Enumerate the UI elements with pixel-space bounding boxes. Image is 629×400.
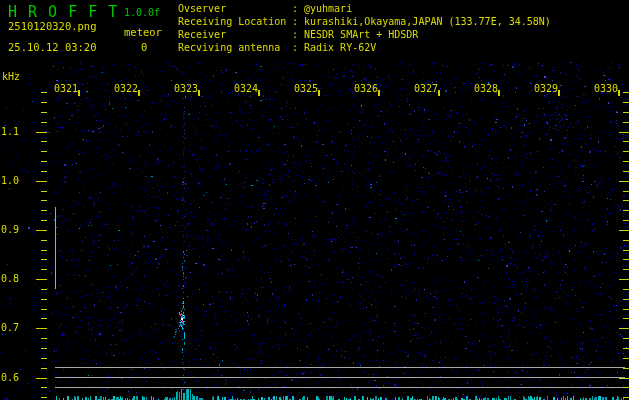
spectrogram-canvas [0,0,629,400]
x-tick-label: 0323 [174,83,204,94]
hrofft-screen: H R O F F T 1.0.0f 2510120320.png meteor… [0,0,629,400]
app-title: H R O F F T [8,3,118,21]
y-tick-label: 0.7 [1,322,23,333]
info-label: Receiver [178,28,292,41]
app-version: 1.0.0f [124,7,160,18]
observation-info: Ovserver:@yuhmari Receiving Location:kur… [178,2,551,54]
output-filename: 2510120320.png [8,20,97,32]
y-tick-label: 1.1 [1,126,23,137]
meteor-count-label: meteor [124,26,162,38]
x-tick-label: 0322 [114,83,144,94]
meteor-count-value: 0 [141,41,147,53]
info-value: Radix RY-62V [304,41,376,54]
info-label: Receiving Location [178,15,292,28]
x-tick-label: 0321 [54,83,84,94]
y-tick-label: 0.9 [1,224,23,235]
x-tick-label: 0328 [474,83,504,94]
info-value: kurashiki,Okayama,JAPAN (133.77E, 34.58N… [304,15,551,28]
x-tick-label: 0330 [594,83,624,94]
info-value: NESDR SMArt + HDSDR [304,28,418,41]
x-tick-label: 0324 [234,83,264,94]
info-value: @yuhmari [304,2,352,15]
x-tick-label: 0325 [294,83,324,94]
info-separator: : [292,41,304,54]
info-row-location: Receiving Location:kurashiki,Okayama,JAP… [178,15,551,28]
info-separator: : [292,2,304,15]
info-separator: : [292,28,304,41]
x-tick-label: 0326 [354,83,384,94]
x-tick-label: 0329 [534,83,564,94]
info-row-antenna: Recviving antenna:Radix RY-62V [178,41,551,54]
info-row-observer: Ovserver:@yuhmari [178,2,551,15]
info-separator: : [292,15,304,28]
y-tick-label: 0.8 [1,273,23,284]
y-axis-unit-label: kHz [2,71,20,82]
info-row-receiver: Receiver:NESDR SMArt + HDSDR [178,28,551,41]
info-label: Recviving antenna [178,41,292,54]
y-tick-label: 0.6 [1,372,23,383]
info-label: Ovserver [178,2,292,15]
observation-datetime: 25.10.12 03:20 [8,41,97,53]
x-tick-label: 0327 [414,83,444,94]
y-tick-label: 1.0 [1,175,23,186]
